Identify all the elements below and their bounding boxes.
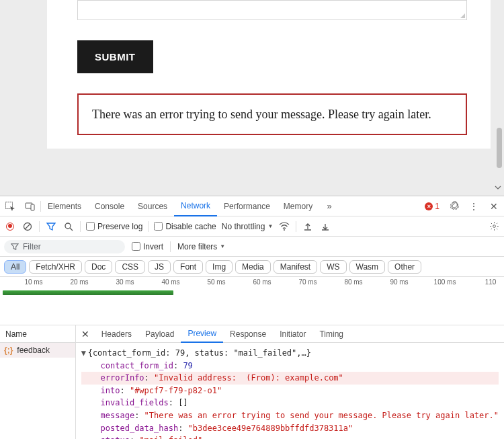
tick-label: 60 ms [253,278,271,286]
json-preview[interactable]: ▼{contact_form_id: 79, status: "mail_fai… [76,343,504,439]
rtab-timing[interactable]: Timing [312,325,350,343]
page-scrollbar[interactable] [497,128,502,168]
error-icon: × [425,202,433,210]
filter-input[interactable]: Filter [4,240,125,253]
request-name-text: feedback [17,346,50,355]
chip-ws[interactable]: WS [320,260,346,274]
chip-manifest[interactable]: Manifest [274,260,317,274]
disable-cache-checkbox[interactable]: Disable cache [154,222,216,231]
chip-fetchxhr[interactable]: Fetch/XHR [29,260,82,274]
tab-console[interactable]: Console [88,196,131,216]
page-content: SUBMIT There was an error trying to send… [0,0,504,196]
request-row-feedback[interactable]: {;} feedback [0,343,75,358]
error-count-text: 1 [435,202,439,211]
svg-line-6 [70,228,73,231]
tick-label: 70 ms [298,278,317,286]
tab-network[interactable]: Network [174,196,217,216]
chip-all[interactable]: All [4,260,26,274]
message-textarea[interactable] [77,0,467,20]
chip-js[interactable]: JS [148,260,171,274]
chip-font[interactable]: Font [173,260,203,274]
tick-label: 90 ms [390,278,408,286]
json-icon: {;} [4,346,13,355]
record-button[interactable] [4,221,16,233]
clear-icon[interactable] [22,221,34,233]
chip-css[interactable]: CSS [115,260,145,274]
network-timeline[interactable]: 10 ms 20 ms 30 ms 40 ms 50 ms 60 ms 70 m… [0,277,504,325]
scroll-down-icon[interactable] [494,184,502,192]
throttling-dropdown[interactable]: No throttling▼ [222,222,274,231]
chip-wasm[interactable]: Wasm [349,260,386,274]
filter-toggle-icon[interactable] [45,221,57,233]
download-har-icon[interactable] [319,221,331,233]
tick-label: 10 ms [24,278,42,286]
preserve-log-checkbox[interactable]: Preserve log [86,222,142,231]
more-filters-dropdown[interactable]: More filters▼ [177,242,225,251]
inspect-element-icon[interactable] [2,198,18,214]
chip-img[interactable]: Img [206,260,233,274]
funnel-icon [11,243,19,251]
rtab-response[interactable]: Response [223,325,273,343]
request-type-chips: All Fetch/XHR Doc CSS JS Font Img Media … [0,257,504,277]
submit-button[interactable]: SUBMIT [77,40,153,73]
tick-label: 20 ms [70,278,88,286]
tick-label: 50 ms [207,278,225,286]
chip-other[interactable]: Other [388,260,421,274]
network-settings-icon[interactable] [488,221,500,233]
chip-doc[interactable]: Doc [85,260,112,274]
svg-rect-2 [31,204,34,210]
tab-memory[interactable]: Memory [277,196,319,216]
response-tabs: ✕ Headers Payload Preview Response Initi… [76,325,504,343]
tick-label: 30 ms [116,278,134,286]
more-tabs-icon[interactable]: » [321,198,337,214]
svg-point-7 [284,229,285,231]
tab-elements[interactable]: Elements [41,196,88,216]
contact-form: SUBMIT There was an error trying to send… [47,0,491,149]
invert-checkbox[interactable]: Invert [132,242,163,251]
settings-icon[interactable] [446,198,462,214]
upload-har-icon[interactable] [302,221,314,233]
tick-label: 40 ms [161,278,179,286]
name-column-header[interactable]: Name [0,325,75,343]
request-detail: ✕ Headers Payload Preview Response Initi… [76,325,504,439]
close-detail-icon[interactable]: ✕ [76,329,95,340]
kebab-menu-icon[interactable]: ⋮ [466,198,482,214]
wifi-icon[interactable] [278,221,290,233]
error-count-badge[interactable]: × 1 [425,202,439,211]
devtools-panel: Elements Console Sources Network Perform… [0,196,504,439]
rtab-preview[interactable]: Preview [181,325,223,343]
device-toolbar-icon[interactable] [22,198,38,214]
filter-placeholder: Filter [23,242,41,251]
chip-media[interactable]: Media [235,260,271,274]
network-body: Name {;} feedback ✕ Headers Payload Prev… [0,325,504,439]
svg-point-5 [65,223,71,229]
request-list: Name {;} feedback [0,325,76,439]
search-icon[interactable] [62,221,75,233]
close-devtools-icon[interactable]: ✕ [486,198,502,214]
tick-label: 80 ms [344,278,362,286]
form-error-message: There was an error trying to send your m… [77,93,467,135]
tab-performance[interactable]: Performance [217,196,277,216]
devtools-tabs: Elements Console Sources Network Perform… [0,196,504,216]
tick-label: 110 [485,278,497,286]
svg-line-4 [25,224,30,229]
tab-sources[interactable]: Sources [131,196,174,216]
filter-bar: Filter Invert More filters▼ [0,237,504,257]
rtab-headers[interactable]: Headers [95,325,138,343]
rtab-initiator[interactable]: Initiator [273,325,312,343]
network-toolbar: Preserve log Disable cache No throttling… [0,216,504,237]
timeline-bar [3,290,173,295]
svg-point-8 [493,225,495,228]
rtab-payload[interactable]: Payload [138,325,181,343]
tick-label: 100 ms [434,278,456,286]
